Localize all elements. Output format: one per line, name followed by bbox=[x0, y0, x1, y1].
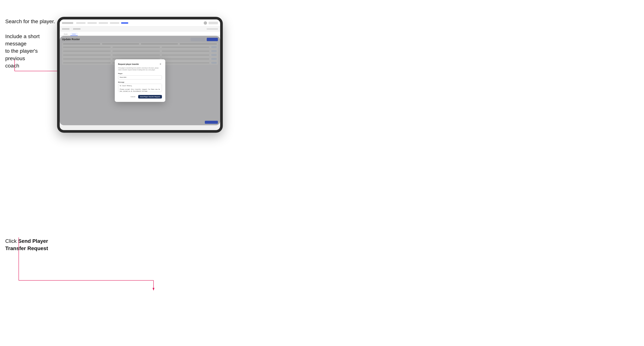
player-field-label: Player bbox=[118, 73, 162, 74]
app-main: Update Roster bbox=[60, 36, 220, 125]
modal-overlay: Request player transfer ✕ If the player … bbox=[60, 36, 220, 125]
annotation-search-text: Search for the player. bbox=[5, 18, 55, 25]
tablet-screen: › Roster Active Update Roster bbox=[60, 19, 220, 130]
modal-close-button[interactable]: ✕ bbox=[159, 63, 162, 66]
modal-description: If the player is transferring from anoth… bbox=[118, 67, 162, 71]
modal-header: Request player transfer ✕ bbox=[118, 63, 162, 66]
nav-item-1 bbox=[76, 22, 86, 24]
message-textarea[interactable]: Hi Coach McHarg, Please accept this tran… bbox=[118, 84, 162, 92]
app-subheader: › bbox=[60, 26, 220, 31]
tablet-frame: › Roster Active Update Roster bbox=[57, 17, 223, 133]
breadcrumb-item-1 bbox=[62, 28, 70, 30]
send-transfer-request-button[interactable]: Send Player Transfer Request bbox=[138, 95, 162, 99]
user-avatar bbox=[204, 21, 207, 25]
svg-marker-6 bbox=[152, 288, 154, 291]
tab-active[interactable]: Active bbox=[70, 33, 78, 36]
nav-item-4 bbox=[110, 22, 119, 24]
subheader-action bbox=[207, 28, 218, 30]
app-header-right bbox=[204, 21, 218, 25]
breadcrumb-separator: › bbox=[71, 28, 72, 30]
header-action-btn bbox=[208, 22, 218, 24]
cancel-button[interactable]: Cancel bbox=[129, 95, 137, 98]
nav-item-3 bbox=[99, 22, 108, 24]
arrow-to-send-button bbox=[9, 228, 165, 295]
request-transfer-modal: Request player transfer ✕ If the player … bbox=[115, 59, 165, 102]
app-header bbox=[60, 19, 220, 26]
app-logo bbox=[62, 22, 73, 24]
player-input[interactable] bbox=[118, 75, 162, 79]
tab-roster[interactable]: Roster bbox=[62, 33, 70, 36]
modal-title: Request player transfer bbox=[118, 63, 139, 65]
breadcrumb-item-2 bbox=[73, 28, 80, 30]
nav-item-2 bbox=[88, 22, 97, 24]
modal-footer: Cancel Send Player Transfer Request bbox=[118, 95, 162, 99]
app-nav bbox=[76, 22, 204, 24]
tab-bar: Roster Active bbox=[60, 31, 220, 36]
nav-item-5-active bbox=[121, 22, 128, 24]
message-field-label: Message bbox=[118, 81, 162, 83]
